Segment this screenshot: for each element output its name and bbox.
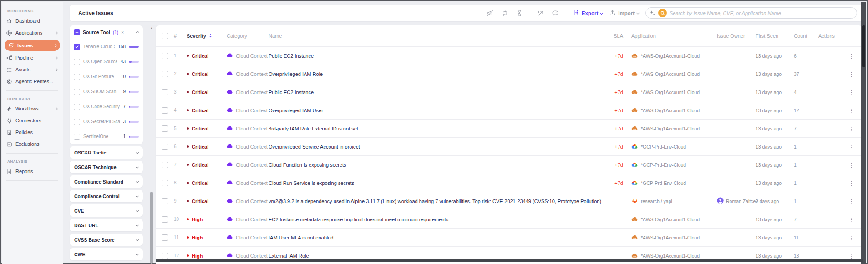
- filter-checkbox[interactable]: [74, 44, 80, 50]
- search-bar[interactable]: [645, 7, 857, 19]
- source-tool-group-checkbox[interactable]: [74, 29, 80, 35]
- filter-checkbox[interactable]: [74, 89, 80, 95]
- sidebar-item-applications[interactable]: Applications: [2, 27, 63, 39]
- row-actions-menu[interactable]: ⋮: [848, 234, 854, 241]
- table-row[interactable]: 5CriticalCloud Context3rd-party IAM Role…: [156, 119, 863, 137]
- sparkle-icon[interactable]: [650, 10, 655, 16]
- table-row[interactable]: 3CriticalCloud ContextPublic EC2 Instanc…: [156, 83, 863, 101]
- application-cell[interactable]: *GCP-Prd-Env-Cloud: [627, 162, 717, 168]
- application-cell[interactable]: *AWS-Org1Account1-Cloud: [627, 53, 717, 59]
- application-cell[interactable]: *GCP-Prd-Env-Cloud: [627, 144, 717, 150]
- filter-card-osc-r-tactic[interactable]: OSC&R Tactic: [70, 146, 143, 159]
- filter-option[interactable]: SentinelOne1: [70, 129, 143, 144]
- page-scrollbar[interactable]: [861, 2, 866, 264]
- sync-icon[interactable]: [501, 9, 509, 17]
- row-actions-menu[interactable]: ⋮: [848, 53, 854, 60]
- filter-checkbox[interactable]: [74, 134, 80, 140]
- row-actions-menu[interactable]: ⋮: [848, 125, 854, 132]
- filter-option[interactable]: OX SBOM Scan9: [70, 84, 143, 99]
- filter-scrollbar-thumb[interactable]: [150, 192, 153, 264]
- filter-option[interactable]: OX Git Posture10: [70, 69, 143, 84]
- application-cell[interactable]: *AWS-Org1Account1-Cloud: [627, 71, 717, 77]
- row-actions-menu[interactable]: ⋮: [848, 89, 854, 96]
- table-row[interactable]: 8CriticalCloud ContextCloud Run Service …: [156, 174, 863, 192]
- scroll-up-arrow[interactable]: ▲: [149, 26, 154, 30]
- table-row[interactable]: 2CriticalCloud ContextOverprivileged IAM…: [156, 65, 863, 83]
- filter-card-compliance-standard[interactable]: Compliance Standard: [70, 175, 143, 188]
- filter-option[interactable]: OX Code Security7: [70, 99, 143, 114]
- horizontal-scrollbar[interactable]: [156, 259, 863, 262]
- application-cell[interactable]: *AWS-Org1Account1-Cloud: [627, 234, 717, 241]
- row-checkbox[interactable]: [162, 107, 168, 114]
- filter-checkbox[interactable]: [74, 59, 80, 65]
- filter-card-cvss-base-score[interactable]: CVSS Base Score: [70, 234, 143, 246]
- row-checkbox[interactable]: [162, 144, 168, 150]
- issue-name[interactable]: Cloud Function is exposing secrets: [269, 162, 608, 168]
- row-actions-menu[interactable]: ⋮: [848, 71, 854, 78]
- table-row[interactable]: 1CriticalCloud ContextPublic EC2 Instanc…: [156, 46, 863, 65]
- row-actions-menu[interactable]: ⋮: [848, 144, 854, 150]
- filter-card-osc-r-technique[interactable]: OSC&R Technique: [70, 161, 143, 173]
- sidebar-item-workflows[interactable]: Workflows: [2, 103, 63, 115]
- sidebar-item-connectors[interactable]: Connectors: [2, 115, 63, 126]
- application-cell[interactable]: *AWS-Org1Account1-Cloud: [627, 125, 717, 132]
- sidebar-item-agentic-pentes[interactable]: Agentic Pentes...: [2, 75, 63, 87]
- table-row[interactable]: 9CriticalCloud Contextvm2@3.9.2 is a dep…: [156, 192, 863, 210]
- filter-checkbox[interactable]: [74, 74, 80, 80]
- row-checkbox[interactable]: [162, 125, 168, 132]
- sort-icon[interactable]: [208, 33, 213, 39]
- mute-announcements-icon[interactable]: [486, 9, 494, 17]
- application-cell[interactable]: *AWS-Org1Account1-Cloud: [627, 107, 717, 114]
- application-cell[interactable]: research / yapi: [627, 198, 717, 204]
- sidebar-item-pipeline[interactable]: Pipeline: [2, 52, 63, 64]
- import-button[interactable]: Import: [609, 9, 639, 17]
- table-row[interactable]: 7CriticalCloud ContextCloud Function is …: [156, 155, 863, 174]
- issue-name[interactable]: 3rd-party IAM Role External ID is not se…: [269, 126, 608, 131]
- issue-name[interactable]: vm2@3.9.2 is a dependency used in Alpine…: [269, 199, 608, 204]
- filter-card-cve[interactable]: CVE: [70, 204, 143, 217]
- row-checkbox[interactable]: [162, 216, 168, 223]
- row-checkbox[interactable]: [162, 89, 168, 95]
- page-scrollbar-thumb[interactable]: [862, 25, 865, 67]
- jump-icon[interactable]: [537, 9, 545, 17]
- row-checkbox[interactable]: [162, 234, 168, 241]
- row-checkbox[interactable]: [162, 198, 168, 204]
- table-row[interactable]: 10HighCloud ContextEC2 Instance metadata…: [156, 210, 863, 228]
- table-row[interactable]: 11HighCloud ContextIAM User MFA is not e…: [156, 228, 863, 246]
- application-cell[interactable]: *GCP-Prd-Env-Cloud: [627, 180, 717, 186]
- row-actions-menu[interactable]: ⋮: [848, 162, 854, 169]
- filter-header-source-tool[interactable]: Source Tool(1)×: [70, 25, 143, 39]
- row-actions-menu[interactable]: ⋮: [848, 180, 854, 187]
- filter-checkbox[interactable]: [74, 119, 80, 125]
- sidebar-item-policies[interactable]: Policies: [2, 126, 63, 138]
- table-row[interactable]: 6CriticalCloud ContextOverprivileged Ser…: [156, 137, 863, 155]
- issue-name[interactable]: Overprivileged Service Account in projec…: [269, 144, 608, 149]
- filter-option[interactable]: OX Open Source Sec...43: [70, 54, 143, 69]
- sidebar-item-exclusions[interactable]: Exclusions: [2, 138, 63, 150]
- comments-icon[interactable]: [551, 9, 559, 17]
- row-checkbox[interactable]: [162, 53, 168, 59]
- issue-name[interactable]: External IAM Role: [269, 253, 608, 259]
- issue-name[interactable]: Public EC2 Instance: [269, 90, 608, 95]
- export-button[interactable]: Export: [573, 9, 603, 17]
- row-actions-menu[interactable]: ⋮: [848, 216, 854, 223]
- row-actions-menu[interactable]: ⋮: [848, 107, 854, 114]
- search-input[interactable]: [670, 10, 855, 16]
- filter-scrollbar[interactable]: ▲: [149, 26, 154, 264]
- issue-name[interactable]: EC2 Instance metadata response hop limit…: [269, 217, 608, 222]
- filter-checkbox[interactable]: [74, 104, 80, 110]
- select-all-checkbox[interactable]: [162, 33, 168, 39]
- filter-option[interactable]: OX Secret/PII Scan3: [70, 114, 143, 129]
- issue-name[interactable]: IAM User MFA is not enabled: [269, 235, 608, 240]
- column-header-severity[interactable]: Severity: [187, 33, 227, 39]
- row-checkbox[interactable]: [162, 162, 168, 168]
- search-icon[interactable]: [658, 9, 667, 17]
- issue-name[interactable]: Cloud Run Service is exposing secrets: [269, 180, 608, 186]
- sidebar-item-issues[interactable]: Issues: [5, 40, 60, 51]
- row-actions-menu[interactable]: ⋮: [848, 198, 854, 205]
- table-row[interactable]: 4CriticalCloud ContextOverprivileged IAM…: [156, 101, 863, 119]
- sidebar-item-reports[interactable]: Reports: [2, 165, 63, 177]
- sidebar-item-assets[interactable]: Assets: [2, 64, 63, 75]
- application-cell[interactable]: *AWS-Org1Account1-Cloud: [627, 89, 717, 95]
- row-checkbox[interactable]: [162, 71, 168, 77]
